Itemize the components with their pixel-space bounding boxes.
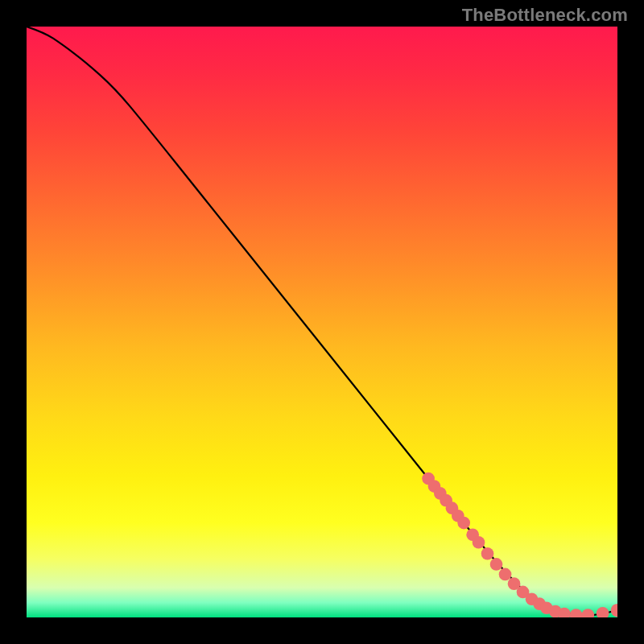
watermark-label: TheBottleneck.com bbox=[462, 5, 628, 26]
plot-gradient-background bbox=[27, 27, 617, 617]
chart-stage: TheBottleneck.com bbox=[0, 0, 644, 644]
